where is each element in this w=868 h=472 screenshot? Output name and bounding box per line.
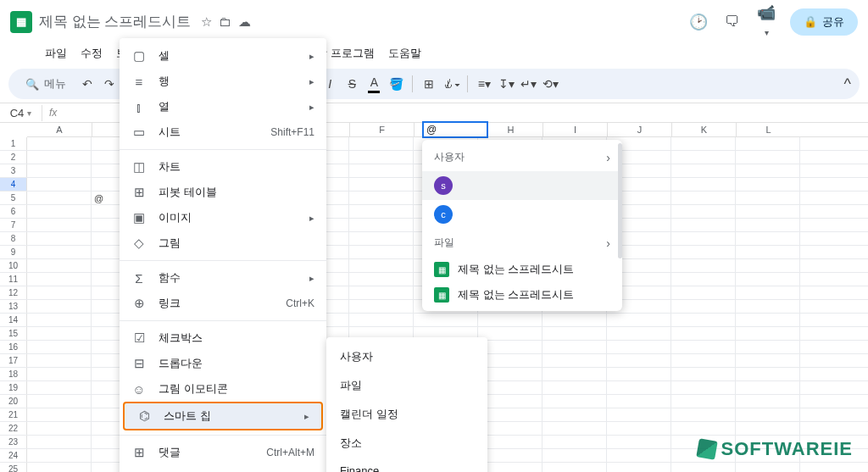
move-icon[interactable]: 🗀	[219, 14, 231, 30]
cell[interactable]	[736, 381, 800, 394]
cell[interactable]	[349, 232, 414, 245]
cell[interactable]	[27, 449, 92, 462]
row-header[interactable]: 13	[0, 300, 27, 313]
cell[interactable]	[736, 395, 800, 408]
wrap-icon[interactable]: ↵▾	[519, 75, 537, 93]
cell[interactable]	[671, 463, 736, 472]
cell[interactable]	[671, 354, 736, 367]
menu-edit[interactable]: 수정	[75, 43, 108, 64]
col-header[interactable]: K	[671, 123, 736, 136]
cell[interactable]	[736, 273, 800, 286]
insert-menu-item[interactable]: ▣이미지▸	[120, 205, 326, 230]
row-header[interactable]: 6	[0, 205, 27, 218]
menu-help[interactable]: 도움말	[382, 43, 427, 64]
cell[interactable]	[478, 395, 542, 408]
submenu-item[interactable]: 장소	[326, 429, 487, 458]
insert-menu-item[interactable]: Σ함수▸	[120, 265, 326, 291]
cell[interactable]	[736, 219, 800, 231]
cell[interactable]	[736, 151, 800, 164]
col-header[interactable]: A	[27, 123, 92, 136]
cell[interactable]	[542, 408, 607, 421]
cell[interactable]	[607, 408, 671, 421]
row-header[interactable]: 25	[0, 463, 27, 472]
cell[interactable]	[736, 300, 800, 313]
cell[interactable]	[671, 205, 736, 218]
popup-scrollbar[interactable]	[618, 143, 622, 258]
cell[interactable]	[736, 463, 800, 472]
cell[interactable]	[671, 368, 736, 380]
cell[interactable]	[736, 314, 800, 326]
sheets-logo[interactable]: ▦	[10, 11, 32, 33]
col-header[interactable]: J	[607, 123, 671, 136]
cell[interactable]	[671, 219, 736, 231]
cell[interactable]	[671, 192, 736, 204]
cell[interactable]	[349, 286, 414, 299]
submenu-item[interactable]: 파일	[326, 371, 487, 400]
cell[interactable]	[607, 341, 671, 353]
row-header[interactable]: 15	[0, 327, 27, 340]
cell[interactable]	[607, 463, 671, 472]
cell[interactable]	[27, 178, 92, 191]
cell[interactable]	[736, 205, 800, 218]
insert-menu-item[interactable]: ⊕링크Ctrl+K	[120, 291, 326, 316]
name-box[interactable]: C4▾	[0, 105, 42, 121]
cell[interactable]	[671, 164, 736, 177]
cell[interactable]	[736, 286, 800, 299]
row-header[interactable]: 5	[0, 192, 27, 204]
cell[interactable]	[27, 314, 92, 326]
cell[interactable]	[27, 408, 92, 421]
row-header[interactable]: 11	[0, 273, 27, 286]
share-button[interactable]: 🔒 공유	[790, 8, 858, 36]
insert-menu-item[interactable]: ◇그림	[120, 230, 326, 256]
cell[interactable]	[736, 246, 800, 258]
row-header[interactable]: 7	[0, 219, 27, 231]
file-suggestion-2[interactable]: ▦ 제목 없는 스프레드시트	[422, 282, 622, 308]
cell[interactable]	[736, 259, 800, 272]
col-header[interactable]: I	[542, 123, 607, 136]
insert-menu-item[interactable]: ⫿열▸	[120, 94, 326, 119]
cell[interactable]	[349, 151, 414, 164]
insert-menu-item[interactable]: ▭시트Shift+F11	[120, 119, 326, 145]
submenu-item[interactable]: 사용자	[326, 342, 487, 371]
menu-search[interactable]: 🔍 메뉴	[17, 73, 75, 95]
cell[interactable]	[27, 327, 92, 340]
row-header[interactable]: 14	[0, 314, 27, 326]
cell[interactable]	[27, 300, 92, 313]
redo-icon[interactable]: ↷	[100, 75, 119, 93]
cell[interactable]	[349, 273, 414, 286]
cell[interactable]	[349, 164, 414, 177]
cell[interactable]	[478, 341, 542, 353]
cell[interactable]	[607, 395, 671, 408]
cell[interactable]	[607, 327, 671, 340]
cell[interactable]	[542, 449, 607, 462]
insert-menu-item[interactable]: ⊞댓글Ctrl+Alt+M	[120, 440, 326, 465]
insert-menu-item[interactable]: ▭메모Shift+F2	[120, 465, 326, 472]
cell[interactable]	[671, 422, 736, 435]
cloud-icon[interactable]: ☁	[238, 14, 251, 30]
active-cell-editor[interactable]: @	[422, 121, 488, 138]
doc-title[interactable]: 제목 없는 스프레드시트	[39, 12, 191, 31]
undo-icon[interactable]: ↶	[78, 75, 97, 93]
row-header[interactable]: 23	[0, 436, 27, 448]
insert-menu-item[interactable]: ◫차트	[120, 154, 326, 180]
cell[interactable]	[607, 436, 671, 448]
cell[interactable]	[736, 354, 800, 367]
user-suggestion-1[interactable]: s	[422, 171, 622, 200]
cell[interactable]	[671, 395, 736, 408]
cell[interactable]	[27, 273, 92, 286]
cell[interactable]	[671, 151, 736, 164]
cell[interactable]	[349, 219, 414, 231]
cell[interactable]	[27, 395, 92, 408]
toolbar-more-icon[interactable]: ^	[844, 75, 851, 93]
cell[interactable]	[349, 178, 414, 191]
cell[interactable]	[27, 422, 92, 435]
cell[interactable]	[542, 341, 607, 353]
cell[interactable]	[671, 341, 736, 353]
user-suggestion-2[interactable]: c	[422, 200, 622, 229]
cell[interactable]	[736, 327, 800, 340]
insert-menu-item[interactable]: ☺그림 이모티콘	[120, 376, 326, 402]
text-color-icon[interactable]: A	[364, 75, 383, 93]
col-header[interactable]: L	[736, 123, 800, 136]
cell[interactable]	[27, 232, 92, 245]
cell[interactable]	[736, 408, 800, 421]
